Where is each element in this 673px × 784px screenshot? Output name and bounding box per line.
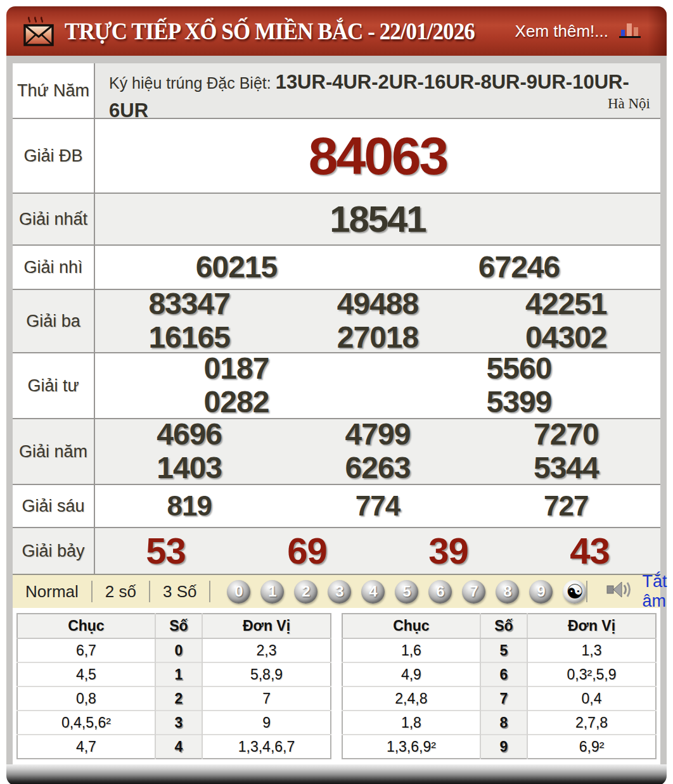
donvi-cell: 6,9² [527, 735, 656, 759]
prize-row-5: Giải năm 4696 4799 7270 1403 6263 5344 [13, 418, 660, 484]
digit-table-right: Chục Số Đơn Vị 1,6 5 1,3 4,9 6 0,3²,5,9 [342, 613, 657, 759]
prize-row-4: Giải tư 0187 5560 0282 5399 [13, 352, 660, 418]
prize-value: 4799 [345, 418, 411, 452]
table-row: 4,5 1 5,8,9 [17, 662, 331, 686]
prize-label: Giải ba [13, 290, 95, 352]
table-row: 1,6 5 1,3 [342, 638, 656, 662]
number-ball-1[interactable]: 1 [260, 580, 284, 604]
number-ball-4[interactable]: 4 [361, 580, 385, 604]
prize-label: Giải sáu [13, 485, 95, 527]
number-ball-5[interactable]: 5 [395, 580, 418, 604]
prize-row-db: Giải ĐB 84063 [13, 118, 660, 193]
so-cell: 2 [155, 686, 202, 711]
prize-value: 49488 [337, 288, 418, 321]
bar-chart-icon[interactable] [619, 20, 643, 42]
prize-row-6: Giải sáu 819 774 727 [13, 484, 660, 527]
mode-2-digits[interactable]: 2 số [93, 582, 149, 602]
prize-value: 5560 [487, 352, 552, 386]
chuc-cell: 1,6 [342, 638, 480, 662]
header-bar: TRỰC TIẾP XỔ SỐ MIỀN BẮC - 22/01/2026 Xe… [6, 6, 667, 56]
donvi-cell: 2,7,8 [527, 711, 656, 735]
prize-value: 5399 [487, 386, 552, 419]
prize-value: 69 [287, 531, 327, 571]
prize-label: Giải năm [13, 419, 95, 484]
prize-label: Giải nhì [13, 246, 95, 289]
number-ball-0[interactable]: 0 [227, 580, 250, 604]
col-header-so: Số [155, 614, 202, 638]
table-row: 1,8 8 2,7,8 [342, 711, 656, 735]
table-row: 0,8 2 7 [17, 686, 331, 711]
so-cell: 8 [480, 711, 527, 735]
donvi-cell: 5,8,9 [202, 662, 331, 686]
prize-value: 774 [356, 491, 400, 521]
donvi-cell: 2,3 [202, 638, 331, 662]
prize-value: 16165 [148, 321, 229, 355]
prize-value: 43 [570, 531, 610, 571]
col-header-donvi: Đơn Vị [202, 614, 331, 638]
chuc-cell: 1,8 [342, 711, 480, 735]
col-header-so: Số [480, 614, 527, 638]
number-ball-3[interactable]: 3 [328, 580, 351, 604]
results-table: Thứ Năm Ký hiệu trúng Đặc Biệt: 13UR-4UR… [6, 56, 667, 764]
day-cell: Thứ Năm [13, 63, 95, 118]
number-ball-8[interactable]: 8 [496, 580, 519, 604]
prize-value: 84063 [309, 127, 447, 185]
prize-label: Giải tư [13, 353, 95, 418]
prize-value: 18541 [330, 199, 425, 239]
donvi-cell: 9 [202, 711, 331, 735]
prize-value: 0187 [204, 352, 269, 386]
so-cell: 1 [155, 662, 202, 686]
chuc-cell: 2,4,8 [342, 686, 480, 711]
prize-value: 53 [146, 531, 186, 571]
prize-value: 83347 [148, 288, 229, 321]
prize-value: 819 [167, 491, 211, 521]
see-more-link[interactable]: Xem thêm!... [515, 22, 608, 41]
controls-bar: Normal 2 số 3 Số 0 1 2 3 4 5 6 7 8 9 ☯ [13, 574, 660, 608]
donvi-cell: 7 [202, 686, 331, 711]
prize-value: 27018 [337, 321, 418, 355]
mode-3-digits[interactable]: 3 Số [150, 582, 210, 602]
prize-value: 1403 [157, 452, 222, 485]
number-ball-7[interactable]: 7 [462, 580, 485, 604]
table-header-row: Chục Số Đơn Vị [342, 614, 656, 638]
prize-row-3: Giải ba 83347 49488 42251 16165 27018 04… [13, 289, 660, 352]
lottery-widget: TRỰC TIẾP XỔ SỐ MIỀN BẮC - 22/01/2026 Xe… [6, 6, 667, 784]
prize-value: 6263 [345, 452, 411, 485]
chuc-cell: 1,3,6,9² [342, 735, 480, 759]
divider [209, 581, 210, 602]
number-balls: 0 1 2 3 4 5 6 7 8 9 ☯ [227, 580, 586, 604]
chuc-cell: 0,8 [17, 686, 155, 711]
special-symbol-cell: Ký hiệu trúng Đặc Biệt: 13UR-4UR-2UR-16U… [95, 63, 660, 118]
col-header-donvi: Đơn Vị [527, 614, 656, 638]
digit-table-left: Chục Số Đơn Vị 6,7 0 2,3 4,5 1 5,8,9 [16, 613, 331, 759]
prize-value: 0282 [204, 386, 269, 419]
so-cell: 3 [155, 711, 202, 735]
donvi-cell: 0,4 [527, 686, 656, 711]
table-row: 4,7 4 1,3,4,6,7 [17, 735, 331, 759]
yin-yang-ball[interactable]: ☯ [563, 580, 586, 604]
mail-icon [23, 15, 54, 50]
prize-value: 727 [544, 491, 588, 521]
number-ball-9[interactable]: 9 [529, 580, 553, 604]
prize-value: 42251 [525, 288, 606, 321]
chuc-cell: 0,4,5,6² [17, 711, 155, 735]
number-ball-6[interactable]: 6 [428, 580, 452, 604]
table-row: 1,3,6,9² 9 6,9² [342, 735, 656, 759]
chuc-cell: 4,5 [17, 662, 155, 686]
region-label: Hà Nội [608, 93, 650, 114]
donvi-cell: 0,3²,5,9 [527, 662, 656, 686]
table-header-row: Chục Số Đơn Vị [17, 614, 331, 638]
digit-summary: Chục Số Đơn Vị 6,7 0 2,3 4,5 1 5,8,9 [13, 608, 660, 764]
prize-label: Giải ĐB [13, 119, 95, 193]
prize-label: Giải bảy [13, 528, 95, 574]
prize-value: 4696 [157, 418, 222, 452]
divider [586, 581, 587, 602]
page-title: TRỰC TIẾP XỔ SỐ MIỀN BẮC - 22/01/2026 [65, 17, 475, 45]
mute-button[interactable]: Tắt âm [586, 572, 667, 611]
prize-value: 04302 [525, 321, 606, 355]
number-ball-2[interactable]: 2 [294, 580, 317, 604]
prize-value: 5344 [534, 452, 599, 485]
donvi-cell: 1,3,4,6,7 [202, 735, 331, 759]
chuc-cell: 4,9 [342, 662, 480, 686]
mode-normal[interactable]: Normal [13, 582, 91, 602]
